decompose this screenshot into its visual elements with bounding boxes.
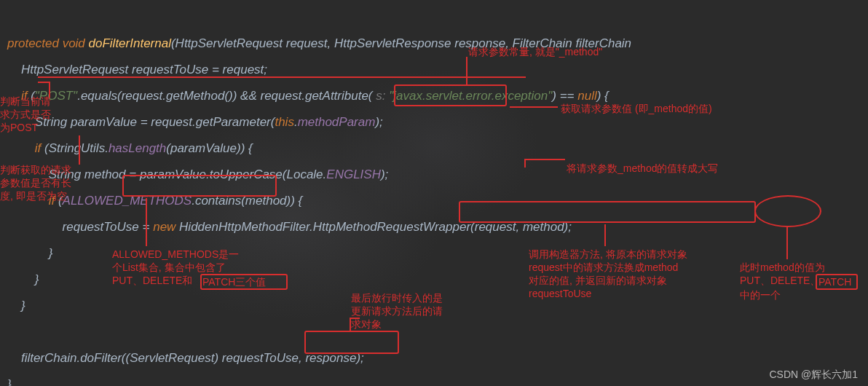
- l7-a: (: [55, 194, 62, 208]
- line12: filterChain.doFilter((ServletRequest) re…: [21, 351, 364, 365]
- line11: }: [21, 299, 25, 312]
- hint-s: s:: [373, 89, 390, 103]
- method-name: doFilterInternal: [89, 36, 171, 50]
- l3-open: (: [27, 89, 34, 103]
- static-allowed: ALLOWED_METHODS: [63, 194, 192, 208]
- l5-a: (StringUtils.: [41, 141, 108, 155]
- kw-this: this: [275, 115, 293, 129]
- line10: }: [35, 272, 39, 286]
- kw-null: null: [577, 89, 596, 103]
- kw-if-3: if: [49, 194, 55, 208]
- l3-close: ) {: [597, 89, 609, 103]
- static-hasLength: hasLength: [108, 141, 166, 155]
- watermark: CSDN @辉长六加1: [769, 369, 858, 382]
- l3-after: ) ==: [552, 89, 577, 103]
- l6-b: );: [381, 168, 388, 181]
- l8-a: requestToUse =: [63, 220, 154, 234]
- kw-new: new: [153, 220, 175, 234]
- l4-a: String paramValue = request.getParameter…: [35, 115, 275, 129]
- str-exception: "javax.servlet.error.exception": [389, 89, 552, 103]
- l4-b: );: [375, 115, 382, 129]
- kw-void: void: [63, 36, 85, 50]
- l3-mid: .equals(request.getMethod()) && request.…: [77, 89, 372, 103]
- params: (HttpServletRequest request, HttpServlet…: [171, 36, 631, 50]
- kw-protected: protected: [7, 36, 59, 50]
- l7-b: .contains(method)) {: [192, 194, 302, 208]
- str-post: "POST": [35, 89, 77, 103]
- code-block: protected void doFilterInternal(HttpServ…: [0, 0, 868, 386]
- static-english: ENGLISH: [326, 168, 381, 181]
- field-methodParam: methodParam: [298, 115, 376, 129]
- l6-a: String method = paramValue.toUpperCase(L…: [49, 168, 327, 181]
- l8-b: HiddenHttpMethodFilter.HttpMethodRequest…: [175, 220, 572, 234]
- line9: }: [49, 246, 53, 260]
- line13: }: [7, 377, 12, 386]
- line2: HttpServletRequest requestToUse = reques…: [21, 63, 267, 76]
- l5-b: (paramValue)) {: [166, 141, 252, 155]
